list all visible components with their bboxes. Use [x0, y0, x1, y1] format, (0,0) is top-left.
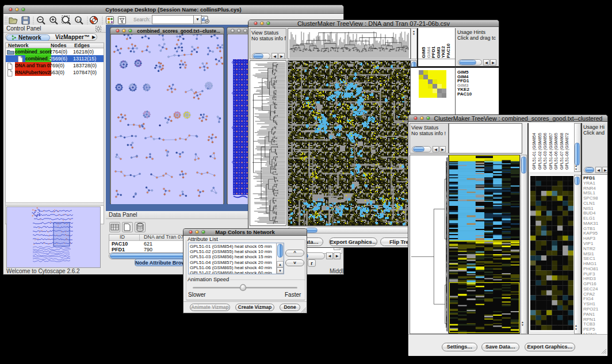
svg-text:GPL51-06 (GSM865: GPL51-06 (GSM865	[554, 133, 559, 170]
svg-text:GPL51-08 (GSM872: GPL51-08 (GSM872	[565, 133, 569, 170]
svg-text:GPL51-04 (GSM857: GPL51-04 (GSM857	[549, 133, 553, 170]
svg-text:PAC10: PAC10	[446, 43, 451, 58]
svg-text:GPL51-07 (GSM868: GPL51-07 (GSM868	[560, 133, 564, 170]
svg-text:GPL51-01 (GSM854: GPL51-01 (GSM854	[532, 133, 537, 170]
svg-text:GPL51-03 (GSM856: GPL51-03 (GSM856	[543, 133, 548, 170]
svg-text:GPL51-02 (GSM855: GPL51-02 (GSM855	[538, 133, 542, 170]
svg-text:1:1: 1:1	[76, 18, 81, 22]
